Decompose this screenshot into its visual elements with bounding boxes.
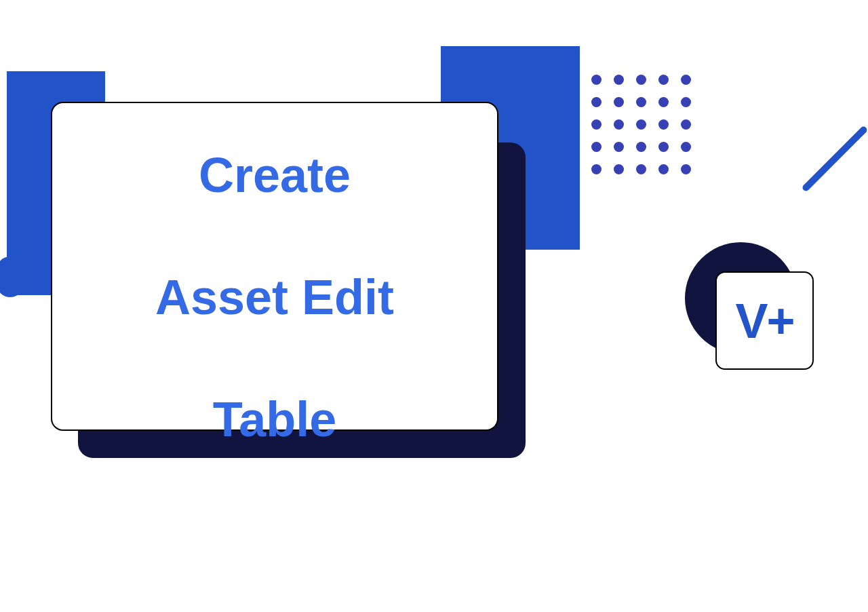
title-line-2: Asset Edit	[155, 270, 394, 324]
vplus-badge: V+	[715, 271, 814, 370]
title-line-1: Create	[199, 148, 351, 202]
decorative-bubble-left	[0, 256, 24, 297]
main-title-text: Create Asset Edit Table	[155, 83, 394, 450]
decorative-dot-grid	[591, 75, 691, 174]
title-line-3: Table	[213, 392, 337, 446]
decorative-diagonal-line	[801, 126, 868, 193]
vplus-badge-label: V+	[735, 293, 793, 349]
main-title-card: Create Asset Edit Table	[51, 102, 498, 431]
